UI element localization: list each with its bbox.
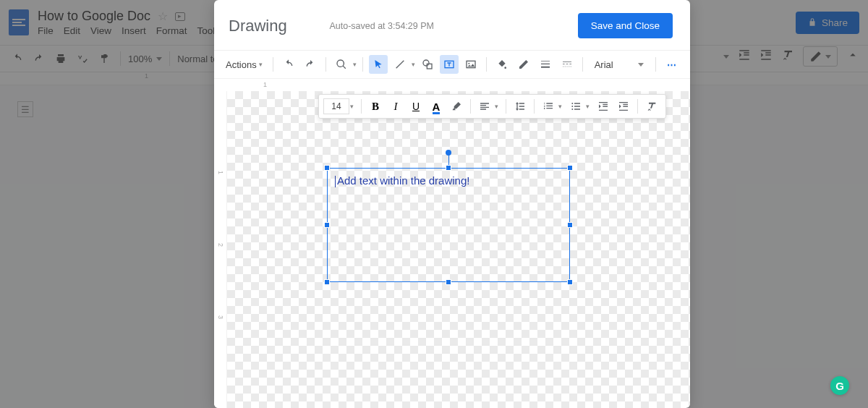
border-weight-icon[interactable] (536, 55, 555, 74)
vruler-label: 2 (217, 243, 224, 247)
text-color-icon[interactable]: A (433, 101, 441, 113)
clear-formatting-icon[interactable] (642, 97, 661, 116)
drawing-modal: Drawing Auto-saved at 3:54:29 PM Save an… (214, 0, 690, 408)
autosave-status: Auto-saved at 3:54:29 PM (329, 21, 434, 31)
line-tool-icon[interactable] (391, 55, 409, 74)
font-family-dropdown[interactable]: Arial (589, 59, 650, 70)
drawing-title: Drawing (229, 17, 287, 35)
textbox-tool-icon[interactable] (440, 55, 459, 74)
highlight-color-icon[interactable] (447, 97, 466, 116)
actions-dropdown[interactable]: Actions▾ (221, 56, 267, 73)
save-and-close-button[interactable]: Save and Close (578, 13, 673, 38)
vertical-ruler: 1 2 3 (214, 91, 227, 408)
text-box-content[interactable]: Add text within the drawing! (328, 169, 569, 193)
text-format-toolbar: 14▾ B I U A ▾ ▾ ▾ (318, 94, 666, 119)
text-caret (335, 176, 336, 187)
text-box[interactable]: Add text within the drawing! (327, 168, 570, 282)
shape-tool-icon[interactable] (418, 55, 437, 74)
indent-decrease-icon[interactable] (594, 97, 613, 116)
numbered-list-dropdown-icon[interactable]: ▾ (558, 103, 562, 110)
zoom-icon[interactable] (332, 55, 351, 74)
resize-handle-mr[interactable] (567, 222, 573, 228)
drawing-canvas[interactable]: 14▾ B I U A ▾ ▾ ▾ (227, 91, 690, 408)
underline-button[interactable]: U (407, 97, 425, 116)
resize-handle-mb[interactable] (446, 279, 451, 285)
resize-handle-ml[interactable] (324, 222, 330, 228)
undo-icon[interactable] (279, 55, 298, 74)
border-dash-icon[interactable] (558, 55, 576, 74)
drawing-toolbar: Actions▾ ▾ ▾ Arial ⋯ (214, 51, 690, 78)
redo-icon[interactable] (301, 55, 320, 74)
svg-point-4 (468, 63, 469, 64)
svg-point-6 (571, 106, 573, 107)
resize-handle-tr[interactable] (567, 165, 573, 171)
horizontal-ruler: 1 (214, 78, 690, 91)
align-dropdown-icon[interactable]: ▾ (495, 103, 498, 110)
resize-handle-tl[interactable] (324, 165, 330, 171)
text-content: Add text within the drawing! (337, 174, 469, 187)
indent-increase-icon[interactable] (614, 97, 633, 116)
grammarly-icon[interactable]: G (830, 376, 849, 395)
more-options-icon[interactable]: ⋯ (662, 56, 682, 72)
line-spacing-icon[interactable] (511, 97, 529, 116)
vruler-label: 3 (217, 315, 224, 319)
bulleted-list-dropdown-icon[interactable]: ▾ (586, 103, 590, 110)
ruler-label: 1 (263, 81, 267, 88)
actions-label: Actions (226, 59, 257, 70)
image-tool-icon[interactable] (461, 55, 480, 74)
select-tool-icon[interactable] (369, 55, 388, 74)
border-color-icon[interactable] (514, 55, 533, 74)
resize-handle-br[interactable] (567, 279, 573, 285)
font-family-value: Arial (595, 59, 613, 70)
rotate-handle[interactable] (446, 150, 451, 156)
fill-color-icon[interactable] (493, 55, 511, 74)
font-size-input[interactable]: 14 (323, 98, 349, 114)
italic-button[interactable]: I (386, 97, 405, 116)
resize-handle-mt[interactable] (446, 165, 451, 171)
align-icon[interactable] (475, 97, 494, 116)
vruler-label: 1 (217, 171, 224, 174)
svg-point-7 (571, 109, 573, 110)
bold-button[interactable]: B (366, 97, 385, 116)
svg-point-5 (571, 103, 573, 104)
numbered-list-icon[interactable] (539, 97, 558, 116)
svg-rect-1 (427, 64, 432, 69)
font-size-dropdown-icon[interactable]: ▾ (350, 103, 354, 110)
svg-point-0 (423, 60, 429, 66)
resize-handle-bl[interactable] (324, 279, 330, 285)
bulleted-list-icon[interactable] (566, 97, 585, 116)
line-dropdown-icon[interactable]: ▾ (412, 61, 415, 68)
zoom-dropdown-icon[interactable]: ▾ (353, 61, 357, 68)
